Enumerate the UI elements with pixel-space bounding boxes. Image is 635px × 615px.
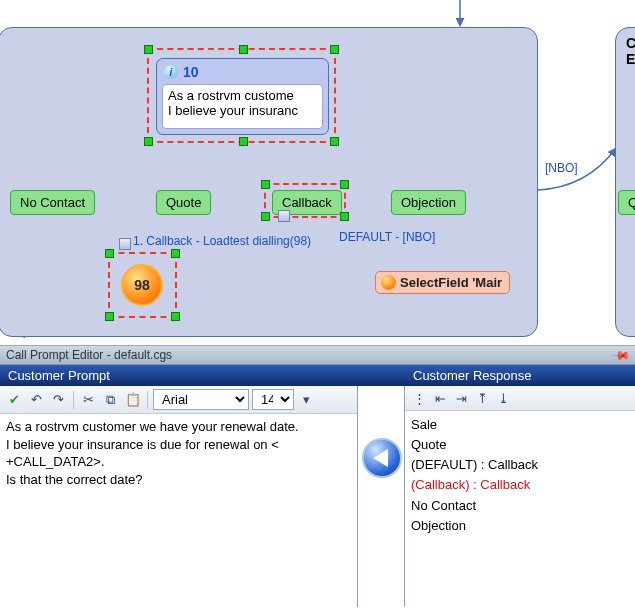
label-callback-load: 1. Callback - Loadtest dialling(98): [133, 234, 311, 248]
prompt-line1: As a rostrvm custome: [168, 88, 317, 103]
result-circle-98[interactable]: 98: [121, 264, 163, 306]
font-select[interactable]: Arial: [153, 389, 249, 410]
prompt-node-10[interactable]: i 10 As a rostrvm custome I believe your…: [156, 58, 329, 135]
prompt-body: As a rostrvm custome I believe your insu…: [162, 84, 323, 129]
nav-gap: [358, 386, 405, 607]
response-list[interactable]: Sale Quote (DEFAULT) : Callback (Callbac…: [405, 411, 635, 607]
anchor-callback[interactable]: [278, 210, 290, 222]
paste-button[interactable]: 📋: [123, 390, 142, 409]
editor-line: I believe your insurance is due for rene…: [6, 436, 351, 454]
more-format-button[interactable]: ▾: [297, 390, 316, 409]
editor-line: As a rostrvm customer we have your renew…: [6, 418, 351, 436]
indent-button[interactable]: ⇥: [452, 389, 470, 407]
panel-title: Call Prompt Editor - default.cgs: [6, 348, 172, 362]
outcome-no-contact[interactable]: No Contact: [10, 190, 95, 215]
action-selectfield[interactable]: SelectField 'Mair: [375, 271, 510, 294]
prompt-toolbar: ✔ ↶ ↷ ✂ ⧉ 📋 Arial 14 ▾: [0, 386, 357, 414]
customer-prompt-pane: ✔ ↶ ↷ ✂ ⧉ 📋 Arial 14 ▾ As a rostrvm cust…: [0, 386, 358, 607]
response-item[interactable]: Objection: [411, 516, 629, 536]
response-item[interactable]: No Contact: [411, 496, 629, 516]
anchor-callback-load[interactable]: [119, 238, 131, 250]
gear-icon: [381, 275, 396, 290]
panel-titlebar[interactable]: Call Prompt Editor - default.cgs 📌: [0, 345, 635, 365]
label-nbo: [NBO]: [545, 161, 578, 175]
redo-button[interactable]: ↷: [49, 390, 68, 409]
action-label: SelectField 'Mair: [400, 275, 502, 290]
column-header: Customer Prompt Customer Response: [0, 365, 635, 386]
pin-icon[interactable]: 📌: [611, 345, 632, 366]
prompt-node-head: i 10: [162, 64, 323, 84]
region-right-title: Call E: [626, 35, 635, 67]
accept-button[interactable]: ✔: [5, 390, 24, 409]
response-item-callback[interactable]: (Callback) : Callback: [411, 475, 629, 495]
grip-icon[interactable]: ⋮: [410, 389, 428, 407]
response-item[interactable]: Quote: [411, 435, 629, 455]
editor-line: +CALL_DATA2>.: [6, 453, 351, 471]
copy-button[interactable]: ⧉: [101, 390, 120, 409]
circle-label: 98: [134, 277, 150, 293]
region-right[interactable]: [615, 27, 635, 337]
arrow-left-icon: [373, 449, 388, 467]
prompt-id: 10: [183, 64, 199, 80]
outcome-quote[interactable]: Quote: [156, 190, 211, 215]
label-default-nbo: DEFAULT - [NBO]: [339, 230, 435, 244]
outdent-button[interactable]: ⇤: [431, 389, 449, 407]
size-select[interactable]: 14: [252, 389, 294, 410]
response-item[interactable]: (DEFAULT) : Callback: [411, 455, 629, 475]
prompt-editor[interactable]: As a rostrvm customer we have your renew…: [0, 414, 357, 607]
info-icon: i: [164, 65, 178, 79]
response-toolbar: ⋮ ⇤ ⇥ ⤒ ⤓: [405, 386, 635, 411]
customer-response-pane: ⋮ ⇤ ⇥ ⤒ ⤓ Sale Quote (DEFAULT) : Callbac…: [405, 386, 635, 607]
prompt-line2: I believe your insuranc: [168, 103, 317, 118]
col-customer-response: Customer Response: [405, 365, 635, 386]
col-customer-prompt: Customer Prompt: [0, 365, 405, 386]
response-item[interactable]: Sale: [411, 415, 629, 435]
nav-back-button[interactable]: [362, 438, 402, 478]
outcome-quote-right[interactable]: Qu: [618, 190, 635, 215]
diagram-canvas[interactable]: Call E i 10 As a rostrvm custome I belie…: [0, 0, 635, 345]
editor-line: Is that the correct date?: [6, 471, 351, 489]
move-down-button[interactable]: ⤓: [494, 389, 512, 407]
move-up-button[interactable]: ⤒: [473, 389, 491, 407]
cut-button[interactable]: ✂: [79, 390, 98, 409]
outcome-objection[interactable]: Objection: [391, 190, 466, 215]
undo-button[interactable]: ↶: [27, 390, 46, 409]
selection-callback[interactable]: [264, 183, 346, 218]
